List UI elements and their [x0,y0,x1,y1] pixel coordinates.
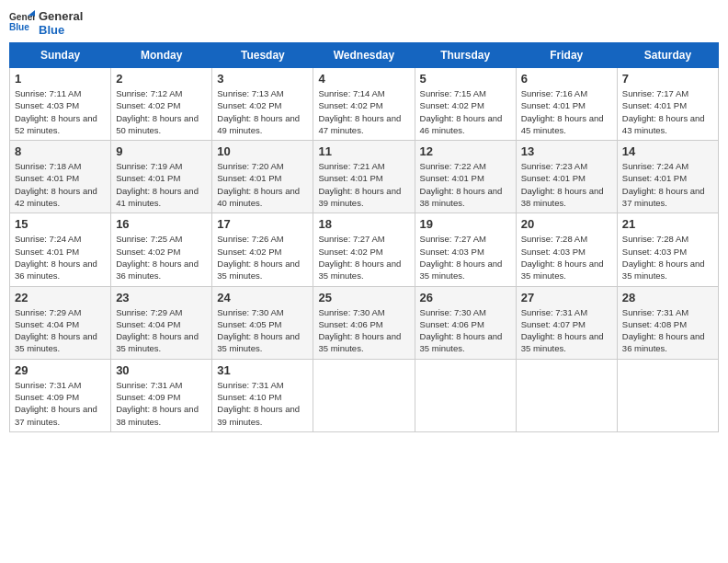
sunrise-label: Sunrise: 7:31 AM [622,307,688,317]
day-number: 20 [521,217,612,231]
sunrise-label: Sunrise: 7:31 AM [521,307,587,317]
day-info: Sunrise: 7:11 AM Sunset: 4:03 PM Dayligh… [15,87,106,136]
sunset-label: Sunset: 4:09 PM [15,392,79,402]
day-info: Sunrise: 7:31 AM Sunset: 4:07 PM Dayligh… [521,306,612,355]
day-cell-12: 12 Sunrise: 7:22 AM Sunset: 4:01 PM Dayl… [415,141,516,213]
daylight-label: Daylight: 8 hours and 43 minutes. [622,113,705,135]
sunset-label: Sunset: 4:08 PM [622,319,687,329]
day-info: Sunrise: 7:31 AM Sunset: 4:08 PM Dayligh… [622,306,713,355]
day-info: Sunrise: 7:27 AM Sunset: 4:03 PM Dayligh… [420,233,511,282]
col-header-tuesday: Tuesday [212,43,313,68]
day-number: 6 [521,72,612,86]
sunset-label: Sunset: 4:02 PM [116,247,180,257]
day-number: 16 [116,217,207,231]
day-cell-22: 22 Sunrise: 7:29 AM Sunset: 4:04 PM Dayl… [10,286,111,359]
calendar-table: SundayMondayTuesdayWednesdayThursdayFrid… [9,42,719,432]
daylight-label: Daylight: 8 hours and 35 minutes. [420,331,503,353]
sunset-label: Sunset: 4:01 PM [15,247,79,257]
day-number: 12 [420,144,511,158]
sunset-label: Sunset: 4:02 PM [318,247,382,257]
daylight-label: Daylight: 8 hours and 35 minutes. [521,331,604,353]
daylight-label: Daylight: 8 hours and 38 minutes. [116,404,199,426]
day-cell-17: 17 Sunrise: 7:26 AM Sunset: 4:02 PM Dayl… [212,213,313,286]
day-number: 9 [116,144,207,158]
day-number: 28 [622,291,713,304]
day-info: Sunrise: 7:31 AM Sunset: 4:09 PM Dayligh… [116,379,207,428]
sunrise-label: Sunrise: 7:31 AM [116,380,182,390]
day-number: 15 [15,217,106,231]
sunrise-label: Sunrise: 7:30 AM [217,307,283,317]
day-cell-21: 21 Sunrise: 7:28 AM Sunset: 4:03 PM Dayl… [617,213,718,286]
col-header-sunday: Sunday [10,43,111,68]
day-number: 19 [420,217,511,231]
empty-cell [313,359,415,431]
col-header-wednesday: Wednesday [313,43,415,68]
day-info: Sunrise: 7:31 AM Sunset: 4:10 PM Dayligh… [217,379,308,428]
daylight-label: Daylight: 8 hours and 36 minutes. [116,259,199,281]
day-cell-28: 28 Sunrise: 7:31 AM Sunset: 4:08 PM Dayl… [617,286,718,359]
day-info: Sunrise: 7:30 AM Sunset: 4:05 PM Dayligh… [217,306,308,355]
day-info: Sunrise: 7:24 AM Sunset: 4:01 PM Dayligh… [15,233,106,282]
daylight-label: Daylight: 8 hours and 45 minutes. [521,113,604,135]
col-header-thursday: Thursday [415,43,516,68]
day-info: Sunrise: 7:28 AM Sunset: 4:03 PM Dayligh… [521,233,612,282]
sunset-label: Sunset: 4:05 PM [217,319,281,329]
sunset-label: Sunset: 4:07 PM [521,319,586,329]
sunrise-label: Sunrise: 7:29 AM [116,307,182,317]
sunset-label: Sunset: 4:01 PM [15,173,79,183]
day-cell-24: 24 Sunrise: 7:30 AM Sunset: 4:05 PM Dayl… [212,286,313,359]
day-number: 30 [116,363,207,377]
daylight-label: Daylight: 8 hours and 35 minutes. [15,331,97,353]
sunset-label: Sunset: 4:01 PM [622,100,687,110]
sunset-label: Sunset: 4:03 PM [521,247,586,257]
day-cell-26: 26 Sunrise: 7:30 AM Sunset: 4:06 PM Dayl… [415,286,516,359]
week-row-4: 22 Sunrise: 7:29 AM Sunset: 4:04 PM Dayl… [10,286,719,359]
daylight-label: Daylight: 8 hours and 36 minutes. [622,331,705,353]
sunset-label: Sunset: 4:06 PM [318,319,382,329]
daylight-label: Daylight: 8 hours and 35 minutes. [318,331,401,353]
day-info: Sunrise: 7:19 AM Sunset: 4:01 PM Dayligh… [116,160,207,209]
day-cell-1: 1 Sunrise: 7:11 AM Sunset: 4:03 PM Dayli… [10,68,111,141]
day-info: Sunrise: 7:30 AM Sunset: 4:06 PM Dayligh… [318,306,409,355]
sunrise-label: Sunrise: 7:19 AM [116,161,182,171]
day-cell-14: 14 Sunrise: 7:24 AM Sunset: 4:01 PM Dayl… [617,141,718,213]
day-number: 29 [15,363,106,377]
week-row-1: 1 Sunrise: 7:11 AM Sunset: 4:03 PM Dayli… [10,68,719,141]
svg-text:Blue: Blue [9,22,29,32]
day-number: 8 [15,144,106,158]
empty-cell [617,359,718,431]
day-cell-18: 18 Sunrise: 7:27 AM Sunset: 4:02 PM Dayl… [313,213,415,286]
daylight-label: Daylight: 8 hours and 42 minutes. [15,186,97,208]
week-row-5: 29 Sunrise: 7:31 AM Sunset: 4:09 PM Dayl… [10,359,719,431]
day-number: 31 [217,363,308,377]
sunrise-label: Sunrise: 7:13 AM [217,88,283,98]
day-info: Sunrise: 7:29 AM Sunset: 4:04 PM Dayligh… [15,306,106,355]
page-header: General Blue General Blue [9,9,719,37]
sunrise-label: Sunrise: 7:21 AM [318,161,384,171]
day-cell-9: 9 Sunrise: 7:19 AM Sunset: 4:01 PM Dayli… [111,141,212,213]
sunrise-label: Sunrise: 7:17 AM [622,88,688,98]
day-cell-29: 29 Sunrise: 7:31 AM Sunset: 4:09 PM Dayl… [10,359,111,431]
sunset-label: Sunset: 4:03 PM [622,247,687,257]
sunrise-label: Sunrise: 7:30 AM [420,307,486,317]
day-info: Sunrise: 7:31 AM Sunset: 4:09 PM Dayligh… [15,379,106,428]
day-number: 3 [217,72,308,86]
day-cell-19: 19 Sunrise: 7:27 AM Sunset: 4:03 PM Dayl… [415,213,516,286]
sunset-label: Sunset: 4:02 PM [318,100,382,110]
logo-icon: General Blue [9,10,35,36]
day-info: Sunrise: 7:22 AM Sunset: 4:01 PM Dayligh… [420,160,511,209]
week-row-2: 8 Sunrise: 7:18 AM Sunset: 4:01 PM Dayli… [10,141,719,213]
day-info: Sunrise: 7:14 AM Sunset: 4:02 PM Dayligh… [318,87,409,136]
daylight-label: Daylight: 8 hours and 35 minutes. [318,259,401,281]
day-info: Sunrise: 7:23 AM Sunset: 4:01 PM Dayligh… [521,160,612,209]
day-cell-10: 10 Sunrise: 7:20 AM Sunset: 4:01 PM Dayl… [212,141,313,213]
daylight-label: Daylight: 8 hours and 50 minutes. [116,113,199,135]
sunrise-label: Sunrise: 7:27 AM [318,234,384,244]
day-number: 7 [622,72,713,86]
daylight-label: Daylight: 8 hours and 35 minutes. [420,259,503,281]
week-row-3: 15 Sunrise: 7:24 AM Sunset: 4:01 PM Dayl… [10,213,719,286]
day-info: Sunrise: 7:28 AM Sunset: 4:03 PM Dayligh… [622,233,713,282]
daylight-label: Daylight: 8 hours and 46 minutes. [420,113,503,135]
day-cell-31: 31 Sunrise: 7:31 AM Sunset: 4:10 PM Dayl… [212,359,313,431]
daylight-label: Daylight: 8 hours and 36 minutes. [15,259,97,281]
